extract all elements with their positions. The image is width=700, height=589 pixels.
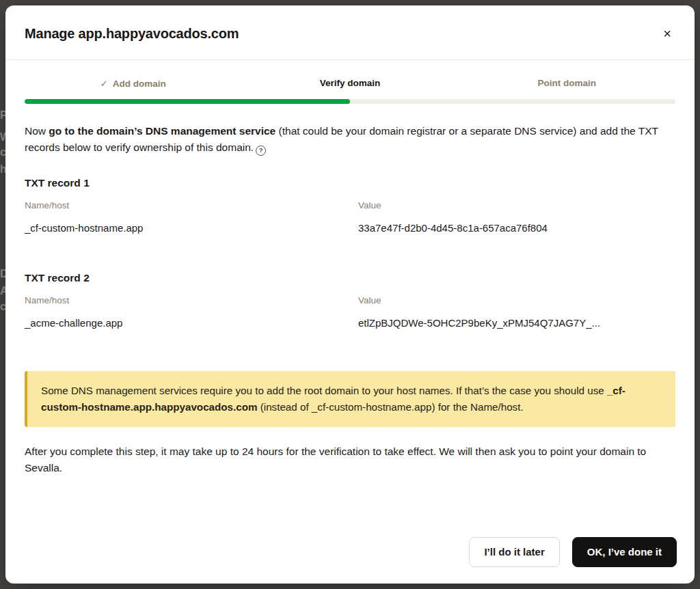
record-title: TXT record 1 [25,177,675,189]
manage-domain-modal: Manage app.happyavocados.com × ✓Add doma… [5,5,695,584]
progress-bar-fill [25,99,350,104]
callout-post: (instead of _cf-custom-hostname.app) for… [257,401,523,413]
record-name-column: Name/host _cf-custom-hostname.app [25,200,358,234]
ill-do-it-later-button[interactable]: I’ll do it later [469,537,559,567]
progress-bar [25,99,675,104]
record-value-column: Value 33a7e47f-d2b0-4d45-8c1a-657aca76f8… [358,200,675,234]
close-icon[interactable]: × [660,24,674,43]
step-label: Add domain [113,79,166,89]
step-label: Verify domain [320,78,381,88]
name-host-value: _cf-custom-hostname.app [25,222,358,234]
record-grid: Name/host _acme-challenge.app Value etlZ… [25,295,675,329]
ok-ive-done-it-button[interactable]: OK, I’ve done it [572,537,677,567]
name-host-label: Name/host [25,295,358,305]
txt-record-2: TXT record 2 Name/host _acme-challenge.a… [25,272,675,329]
help-icon[interactable]: ? [256,146,266,156]
intro-bold: go to the domain’s DNS management servic… [49,125,275,137]
dns-root-domain-callout: Some DNS management services require you… [25,371,675,427]
value-label: Value [358,200,675,210]
step-label: Point domain [538,78,597,88]
outro-text: After you complete this step, it may tak… [25,443,675,478]
record-name-column: Name/host _acme-challenge.app [25,295,358,329]
txt-record-1: TXT record 1 Name/host _cf-custom-hostna… [25,177,675,234]
name-host-label: Name/host [25,200,358,210]
callout-pre: Some DNS management services require you… [41,385,607,396]
value-value: 33a7e47f-d2b0-4d45-8c1a-657aca76f804 [358,222,675,234]
modal-footer: I’ll do it later OK, I’ve done it [5,537,695,584]
record-grid: Name/host _cf-custom-hostname.app Value … [25,200,675,234]
name-host-value: _acme-challenge.app [25,317,358,329]
modal-body: ✓Add domain Verify domain Point domain N… [5,60,695,537]
step-add-domain: ✓Add domain [25,78,241,89]
modal-header: Manage app.happyavocados.com × [5,5,695,60]
step-verify-domain: Verify domain [241,78,458,89]
intro-pre: Now [25,125,49,137]
intro-text: Now go to the domain’s DNS management se… [25,123,675,156]
record-title: TXT record 2 [25,272,675,284]
record-value-column: Value etlZpBJQDWe-5OHC2P9beKy_xPMJ54Q7JA… [358,295,675,329]
modal-title: Manage app.happyavocados.com [25,26,239,42]
value-value: etlZpBJQDWe-5OHC2P9beKy_xPMJ54Q7JAG7Y_..… [358,317,675,329]
step-point-domain: Point domain [459,78,675,89]
check-icon: ✓ [100,79,108,89]
value-label: Value [358,295,675,305]
stepper: ✓Add domain Verify domain Point domain [25,78,675,89]
